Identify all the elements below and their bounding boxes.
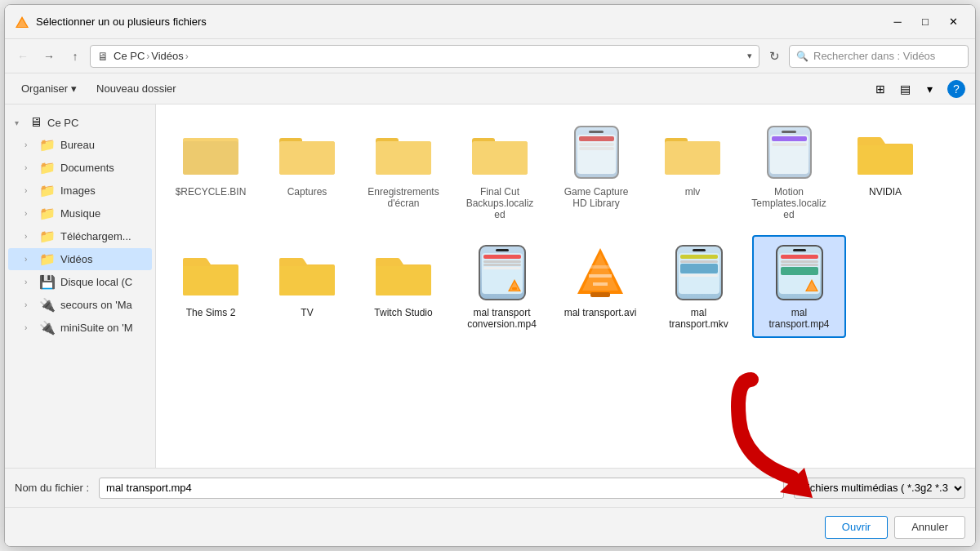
folder-icon bbox=[181, 122, 240, 181]
vlc-title-icon bbox=[15, 15, 29, 29]
minimize-button[interactable]: ─ bbox=[885, 12, 910, 32]
filename-label: Nom du fichier : bbox=[15, 482, 89, 494]
new-folder-button[interactable]: Nouveau dossier bbox=[90, 80, 183, 97]
title-bar-controls: ─ □ ✕ bbox=[885, 12, 965, 32]
chevron-right-icon: › bbox=[24, 209, 34, 218]
search-icon: 🔍 bbox=[796, 51, 808, 62]
file-name: NVIDIA bbox=[869, 186, 902, 198]
chevron-right-icon: › bbox=[24, 255, 34, 264]
file-name: mlv bbox=[685, 186, 701, 198]
toolbar: Organiser ▾ Nouveau dossier ⊞ ▤ ▾ ? bbox=[5, 73, 975, 104]
file-area: $RECYCLE.BIN Captures bbox=[156, 104, 975, 468]
nav-bar: ← → ↑ 🖥 Ce PC › Vidéos › ▾ ↻ 🔍 Recherche… bbox=[5, 39, 975, 73]
up-button[interactable]: ↑ bbox=[64, 45, 87, 68]
list-item[interactable]: mal transportconversion.mp4 bbox=[455, 235, 549, 338]
list-item[interactable]: TV bbox=[262, 235, 352, 338]
list-item[interactable]: $RECYCLE.BIN bbox=[166, 114, 256, 229]
folder-icon bbox=[856, 122, 915, 181]
phone-icon bbox=[567, 122, 626, 181]
filetype-select[interactable]: Fichiers multimédias ( *.3g2 *.3 bbox=[794, 478, 965, 499]
forward-button[interactable]: → bbox=[38, 45, 60, 68]
sidebar: ▾ 🖥 Ce PC › 📁 Bureau › 📁 Documents › 📁 I… bbox=[5, 104, 156, 468]
sidebar-item-documents[interactable]: › 📁 Documents bbox=[8, 157, 152, 179]
maximize-button[interactable]: □ bbox=[913, 12, 938, 32]
main-content: ▾ 🖥 Ce PC › 📁 Bureau › 📁 Documents › 📁 I… bbox=[5, 104, 975, 468]
help-button[interactable]: ? bbox=[947, 80, 965, 98]
chevron-right-icon: › bbox=[24, 186, 34, 195]
svg-rect-8 bbox=[279, 141, 335, 175]
svg-rect-14 bbox=[472, 141, 528, 175]
folder-icon bbox=[181, 243, 240, 302]
sidebar-item-secours[interactable]: › 🔌 secours on 'Ma bbox=[8, 294, 152, 316]
sidebar-item-cepc[interactable]: ▾ 🖥 Ce PC bbox=[8, 112, 152, 133]
address-dropdown-arrow[interactable]: ▾ bbox=[747, 51, 752, 61]
cancel-button[interactable]: Annuler bbox=[894, 516, 965, 539]
sidebar-item-telechargements[interactable]: › 📁 Téléchargem... bbox=[8, 225, 152, 247]
sidebar-item-images[interactable]: › 📁 Images bbox=[8, 180, 152, 202]
list-item[interactable]: mal transport.avi bbox=[555, 235, 645, 338]
organize-label: Organiser bbox=[21, 82, 68, 95]
file-name: mal transport.avi bbox=[564, 307, 637, 318]
title-bar: Sélectionner un ou plusieurs fichiers ─ … bbox=[5, 5, 975, 39]
sidebar-item-musique[interactable]: › 📁 Musique bbox=[8, 202, 152, 224]
list-item[interactable]: Final CutBackups.localized bbox=[455, 114, 545, 229]
organize-button[interactable]: Organiser ▾ bbox=[15, 80, 83, 97]
back-button[interactable]: ← bbox=[11, 45, 34, 68]
chevron-down-icon: ▾ bbox=[15, 118, 24, 127]
view-dropdown-button[interactable]: ▾ bbox=[918, 79, 941, 99]
search-bar[interactable]: 🔍 Rechercher dans : Vidéos bbox=[789, 45, 969, 68]
list-item[interactable]: mlv bbox=[648, 114, 737, 229]
list-item[interactable]: MotionTemplates.localized bbox=[744, 114, 834, 229]
file-name: Captures bbox=[287, 186, 327, 198]
phone-video-icon2 bbox=[670, 243, 728, 302]
phone-icon2 bbox=[760, 122, 818, 181]
file-dialog: Sélectionner un ou plusieurs fichiers ─ … bbox=[4, 4, 976, 547]
list-item[interactable]: Captures bbox=[262, 114, 352, 229]
chevron-right-icon: › bbox=[24, 232, 34, 241]
chevron-right-icon: › bbox=[24, 300, 34, 309]
close-button[interactable]: ✕ bbox=[941, 12, 965, 32]
sidebar-item-minisuite[interactable]: › 🔌 miniSuite on 'M bbox=[8, 317, 152, 339]
folder-icon bbox=[374, 122, 433, 181]
file-name: Twitch Studio bbox=[374, 307, 432, 318]
list-item[interactable]: maltransport.mp4 bbox=[752, 235, 846, 338]
view-icons-button[interactable]: ⊞ bbox=[869, 79, 892, 99]
bottom-bar: Nom du fichier : Fichiers multimédias ( … bbox=[5, 468, 975, 507]
folder-icon bbox=[278, 243, 336, 302]
chevron-right-icon: › bbox=[24, 278, 34, 287]
svg-rect-5 bbox=[183, 141, 238, 175]
file-name: MotionTemplates.localized bbox=[751, 186, 826, 220]
refresh-button[interactable]: ↻ bbox=[763, 45, 786, 68]
view-details-button[interactable]: ▤ bbox=[893, 79, 916, 99]
breadcrumb: Ce PC › Vidéos › bbox=[114, 50, 742, 62]
files-grid: $RECYCLE.BIN Captures bbox=[166, 114, 965, 338]
file-name: Final CutBackups.localized bbox=[466, 186, 534, 220]
sidebar-item-bureau[interactable]: › 📁 Bureau bbox=[8, 134, 152, 156]
svg-rect-20 bbox=[512, 287, 517, 290]
sidebar-item-videos[interactable]: › 📁 Vidéos bbox=[8, 248, 152, 270]
sidebar-item-disquelocal[interactable]: › 💾 Disque local (C bbox=[8, 271, 152, 293]
search-placeholder: Rechercher dans : Vidéos bbox=[813, 50, 935, 62]
list-item[interactable]: NVIDIA bbox=[840, 114, 930, 229]
file-name: TV bbox=[301, 307, 313, 318]
list-item[interactable]: The Sims 2 bbox=[166, 235, 256, 338]
vlc-icon bbox=[571, 243, 630, 302]
open-button[interactable]: Ouvrir bbox=[825, 516, 888, 539]
phone-video-icon bbox=[473, 243, 532, 302]
list-item[interactable]: maltransport.mkv bbox=[652, 235, 746, 338]
list-item[interactable]: Game CaptureHD Library bbox=[551, 114, 641, 229]
file-name: $RECYCLE.BIN bbox=[176, 186, 247, 198]
list-item[interactable]: Twitch Studio bbox=[359, 235, 448, 338]
file-name: maltransport.mp4 bbox=[768, 307, 829, 330]
organize-arrow: ▾ bbox=[71, 82, 77, 95]
svg-rect-11 bbox=[376, 141, 431, 175]
file-name: The Sims 2 bbox=[186, 307, 236, 318]
address-bar[interactable]: 🖥 Ce PC › Vidéos › ▾ bbox=[90, 45, 760, 68]
view-controls: ⊞ ▤ ▾ bbox=[869, 79, 941, 99]
file-name: mal transportconversion.mp4 bbox=[467, 307, 537, 330]
chevron-right-icon: › bbox=[24, 323, 34, 332]
filename-input[interactable] bbox=[99, 478, 784, 499]
list-item[interactable]: Enregistrementsd'écran bbox=[359, 114, 448, 229]
folder-icon bbox=[374, 243, 433, 302]
chevron-right-icon: › bbox=[24, 163, 34, 172]
